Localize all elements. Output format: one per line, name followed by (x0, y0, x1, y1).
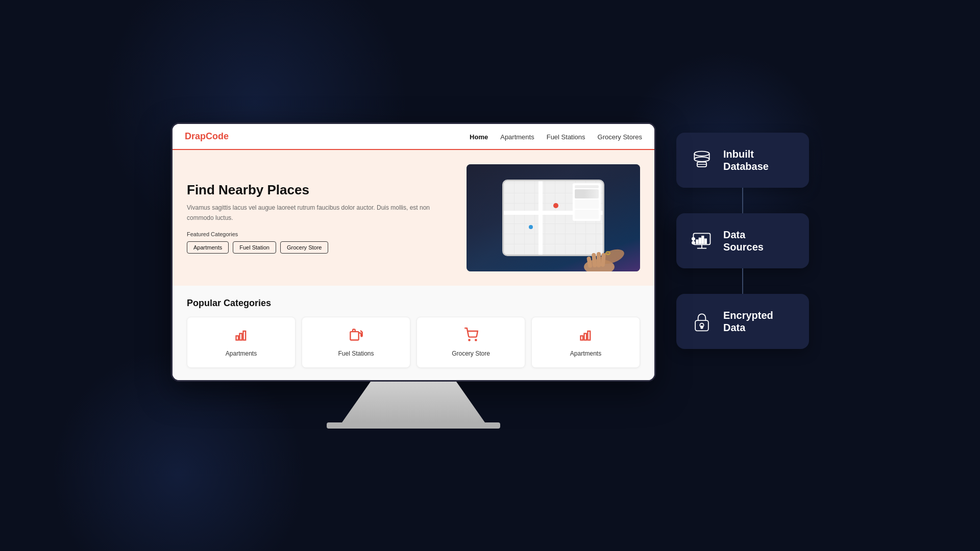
nav-link-fuel[interactable]: Fuel Stations (547, 133, 585, 141)
encrypted-icon (689, 308, 715, 335)
category-card-fuel[interactable]: Fuel Stations (302, 317, 410, 368)
map-pin-2 (529, 225, 533, 229)
nav-links: Home Apartments Fuel Stations Grocery St… (470, 132, 642, 141)
tag-apartments[interactable]: Apartments (187, 241, 229, 254)
hero-section: Find Nearby Places Vivamus sagittis lacu… (173, 150, 654, 286)
inbuilt-database-card: InbuiltDatabase (676, 133, 809, 188)
right-panel: InbuiltDatabase (676, 122, 809, 349)
apartments-icon-1 (234, 328, 249, 345)
nav-item-grocery[interactable]: Grocery Stores (598, 132, 642, 141)
tag-fuel[interactable]: Fuel Station (233, 241, 276, 254)
svg-rect-9 (243, 331, 246, 340)
database-icon (689, 147, 715, 173)
nav-item-home[interactable]: Home (470, 132, 488, 141)
category-card-apartments-1[interactable]: Apartments (187, 317, 296, 368)
svg-rect-31 (705, 239, 707, 243)
grocery-icon (464, 328, 478, 345)
svg-rect-17 (584, 334, 586, 340)
hero-title: Find Nearby Places (187, 182, 456, 198)
monitor: DrapCode Home Apartments Fuel Stations G… (171, 122, 656, 429)
category-label-apartments-1: Apartments (226, 350, 257, 357)
monitor-screen: DrapCode Home Apartments Fuel Stations G… (171, 122, 656, 382)
category-card-grocery[interactable]: Grocery Store (416, 317, 525, 368)
apartments-icon-2 (579, 328, 593, 345)
svg-rect-30 (702, 236, 704, 244)
monitor-base (327, 422, 500, 429)
category-grid: Apartments Fu (187, 317, 640, 368)
map-road-vertical (538, 181, 543, 255)
connector-2 (742, 268, 743, 294)
tablet-simulation (467, 164, 640, 271)
hero-content: Find Nearby Places Vivamus sagittis lacu… (187, 182, 456, 253)
svg-rect-35 (695, 320, 708, 331)
inbuilt-database-label: InbuiltDatabase (723, 148, 769, 172)
data-sources-card: DataSources (676, 213, 809, 268)
monitor-stand (342, 382, 485, 422)
svg-rect-29 (699, 238, 701, 244)
nav-item-fuel[interactable]: Fuel Stations (547, 132, 585, 141)
nav-link-apartments[interactable]: Apartments (500, 133, 534, 141)
featured-label: Featured Categories (187, 231, 456, 237)
svg-point-14 (469, 339, 470, 340)
nav-link-home[interactable]: Home (470, 133, 488, 141)
datasources-icon (689, 228, 715, 254)
monitor-wrapper: DrapCode Home Apartments Fuel Stations G… (171, 122, 809, 429)
svg-point-19 (694, 152, 709, 156)
fuel-icon (349, 328, 363, 345)
category-card-apartments-2[interactable]: Apartments (531, 317, 640, 368)
data-sources-label: DataSources (723, 229, 764, 253)
svg-rect-16 (580, 336, 583, 340)
svg-point-20 (694, 157, 709, 162)
svg-rect-28 (696, 240, 698, 243)
svg-rect-8 (239, 334, 242, 340)
svg-rect-10 (350, 332, 358, 340)
category-label-fuel: Fuel Stations (338, 350, 374, 357)
svg-rect-18 (587, 331, 590, 340)
category-tags: Apartments Fuel Station Grocery Store (187, 241, 456, 254)
category-label-apartments-2: Apartments (570, 350, 601, 357)
map-pin-1 (553, 203, 558, 208)
tag-grocery[interactable]: Grocery Store (280, 241, 328, 254)
hero-image (467, 164, 640, 271)
brand-logo: DrapCode (185, 131, 229, 142)
svg-point-15 (475, 339, 476, 340)
navbar: DrapCode Home Apartments Fuel Stations G… (173, 124, 654, 150)
encrypted-data-card: EncryptedData (676, 294, 809, 349)
svg-rect-7 (236, 336, 238, 340)
nav-link-grocery[interactable]: Grocery Stores (598, 133, 642, 141)
connector-1 (742, 188, 743, 213)
category-label-grocery: Grocery Store (452, 350, 490, 357)
popular-title: Popular Categories (187, 298, 640, 309)
encrypted-data-label: EncryptedData (723, 309, 773, 334)
svg-rect-37 (701, 326, 703, 329)
svg-rect-4 (597, 252, 601, 267)
nav-item-apartments[interactable]: Apartments (500, 132, 534, 141)
hands-svg (579, 229, 630, 271)
hero-description: Vivamus sagittis lacus vel augue laoreet… (187, 203, 456, 222)
popular-section: Popular Categories Apartments (173, 286, 654, 380)
